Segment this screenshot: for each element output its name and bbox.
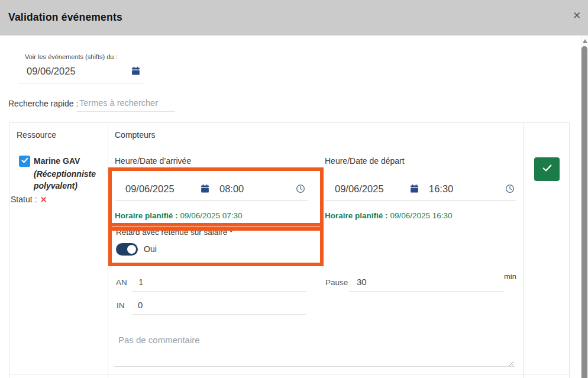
table-action-separator [523,122,524,378]
arrival-underline [115,200,308,201]
table-col-separator [108,122,108,378]
resource-name: Marine GAV [34,156,80,166]
date-filter-label: Voir les événements (shifts) du : [25,53,118,60]
late-toggle[interactable] [116,243,138,256]
status-cross-icon: ✕ [40,195,47,204]
pause-unit: min [504,272,516,281]
departure-time-input[interactable] [429,183,470,195]
an-underline [132,291,306,292]
comment-underline [114,366,515,367]
quick-search-input[interactable] [79,98,174,108]
modal-title: Validation événements [8,11,122,24]
arrival-calendar-icon[interactable] [200,183,210,196]
departure-label: Heure/Date de départ [325,156,405,166]
scrollbar-thumb[interactable] [581,46,587,378]
close-icon[interactable]: ✕ [570,9,584,23]
arrival-planned: Horaire planifié :09/06/2025 07:30 [115,211,243,220]
validation-modal: Validation événements ✕ Voir les événeme… [0,0,588,378]
table-left-border [9,122,9,378]
highlight-box-arrival [108,167,324,231]
resource-status: Statut :✕ [11,195,47,204]
arrival-date-input[interactable] [125,183,196,195]
departure-planned: Horaire planifié :09/06/2025 16:30 [325,211,453,220]
toggle-knob [127,245,136,254]
arrival-time-input[interactable] [219,183,261,195]
scrollbar-up-arrow[interactable] [583,39,587,43]
comment-textarea[interactable] [118,335,509,363]
pause-label: Pause [325,278,348,287]
in-label: IN [117,301,125,310]
table-right-border [569,122,570,378]
calendar-icon[interactable] [131,66,141,78]
resource-checkbox[interactable] [19,156,30,167]
date-filter-input[interactable] [27,66,124,77]
validate-check-icon [541,162,553,176]
late-toggle-label: Retard avec retenue sur salaire * [116,228,232,237]
resize-handle-icon[interactable] [508,358,514,369]
departure-clock-icon[interactable] [505,184,515,196]
status-label: Statut : [11,195,37,204]
in-underline [132,314,306,315]
check-icon [21,156,29,167]
pause-input[interactable] [357,277,499,287]
column-header-resource: Ressource [17,130,56,140]
an-input[interactable] [138,277,304,287]
departure-underline [325,200,516,201]
arrival-planned-label: Horaire planifié : [115,211,178,220]
quick-search-label: Recherche rapide : [8,99,78,108]
departure-calendar-icon[interactable] [409,183,419,196]
validate-button[interactable] [534,157,560,181]
table-top-border [9,122,570,123]
in-input[interactable] [138,300,303,310]
column-header-counters: Compteurs [115,130,155,140]
an-label: AN [116,278,127,287]
late-toggle-value: Oui [144,244,157,254]
pause-underline [349,291,503,292]
departure-planned-value: 09/06/2025 16:30 [390,211,453,220]
table-row-bottom-border [9,374,570,374]
date-filter-underline [18,83,144,83]
departure-planned-label: Horaire planifié : [325,211,388,220]
arrival-clock-icon[interactable] [296,184,305,196]
quick-search-underline [77,111,175,112]
departure-date-input[interactable] [335,183,406,195]
arrival-planned-value: 09/06/2025 07:30 [180,211,243,220]
arrival-label: Heure/Date d’arrivée [115,156,191,166]
resource-role: (Réceptionniste polyvalent) [34,168,100,192]
